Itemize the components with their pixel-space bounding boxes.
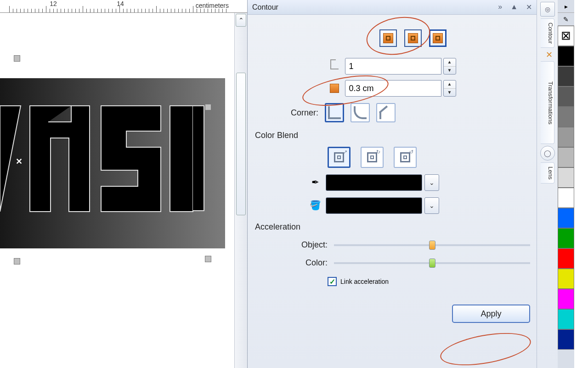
docker-more-icon[interactable]: » bbox=[498, 3, 502, 12]
link-acceleration-label: Link acceleration bbox=[340, 278, 389, 285]
palette-swatch[interactable] bbox=[558, 167, 574, 188]
tab-transformations[interactable]: Transformations bbox=[541, 61, 554, 144]
steps-input[interactable] bbox=[345, 58, 441, 75]
docker-collapse-icon[interactable]: ▲ bbox=[510, 3, 518, 12]
ruler-horizontal: 12 14 centimeters bbox=[0, 0, 247, 13]
corner-miter-button[interactable] bbox=[325, 103, 344, 122]
palette-swatch[interactable] bbox=[558, 66, 574, 86]
svg-rect-1 bbox=[170, 106, 193, 212]
steps-spinner[interactable]: ▲▼ bbox=[443, 58, 456, 75]
palette-swatch[interactable] bbox=[558, 309, 574, 329]
tab-close-icon[interactable]: ✕ bbox=[541, 49, 554, 60]
fill-color-dropdown[interactable]: ⌄ bbox=[424, 197, 439, 214]
blend-ccw-button[interactable]: ↺ bbox=[394, 147, 417, 168]
palette-flyout-icon[interactable]: ▸ bbox=[558, 0, 574, 13]
blend-direct-button[interactable]: ↗ bbox=[328, 147, 351, 168]
fill-color-icon: 🪣 bbox=[309, 200, 321, 212]
palette-swatch[interactable] bbox=[558, 86, 574, 107]
corner-label: Corner: bbox=[291, 108, 318, 118]
docker-tabs: ◎ Contour ✕ Transformations ◯ Lens bbox=[537, 0, 558, 368]
object-slider[interactable] bbox=[334, 244, 530, 246]
docker-close-icon[interactable]: ✕ bbox=[526, 3, 532, 12]
palette-swatch[interactable] bbox=[558, 208, 574, 228]
eyedropper-icon[interactable]: ✎ bbox=[558, 13, 574, 26]
offset-spinner[interactable]: ▲▼ bbox=[443, 80, 456, 97]
acceleration-heading: Acceleration bbox=[255, 222, 530, 232]
selection-center-icon: ✕ bbox=[16, 156, 23, 167]
link-acceleration-checkbox[interactable]: ✓ bbox=[328, 277, 337, 286]
vertical-scrollbar[interactable]: ⌃ bbox=[234, 13, 247, 368]
tab-contour[interactable]: Contour bbox=[541, 18, 554, 48]
tab-lens-icon[interactable]: ◯ bbox=[540, 146, 555, 161]
steps-icon bbox=[328, 60, 340, 72]
scroll-up-button[interactable]: ⌃ bbox=[236, 14, 246, 27]
docker-header: Contour » ▲ ✕ bbox=[248, 0, 537, 15]
contour-outside-button[interactable] bbox=[429, 29, 447, 47]
corner-bevel-button[interactable] bbox=[376, 103, 396, 122]
scroll-thumb[interactable] bbox=[236, 73, 246, 215]
offset-input[interactable] bbox=[345, 80, 441, 97]
palette-swatch[interactable] bbox=[558, 269, 574, 289]
contour-inside-button[interactable] bbox=[404, 29, 422, 47]
blend-cw-button[interactable]: ↻ bbox=[361, 147, 384, 168]
corner-round-button[interactable] bbox=[351, 103, 370, 122]
palette-swatch[interactable] bbox=[558, 289, 574, 309]
palette-swatch[interactable] bbox=[558, 46, 574, 66]
no-color-swatch[interactable]: ⊠ bbox=[558, 26, 574, 46]
docker-options-icon[interactable]: ◎ bbox=[540, 2, 555, 17]
palette-swatch[interactable] bbox=[558, 329, 574, 350]
color-slider[interactable] bbox=[334, 262, 530, 264]
palette-swatch[interactable] bbox=[558, 147, 574, 167]
outline-color-icon: ✒ bbox=[309, 177, 321, 189]
object-slider-label: Object: bbox=[254, 240, 328, 250]
color-palette: ▸ ✎ ⊠ bbox=[558, 0, 574, 368]
color-blend-heading: Color Blend bbox=[255, 131, 530, 140]
apply-button[interactable]: Apply bbox=[452, 305, 530, 323]
canvas-area[interactable]: 12 14 centimeters ✕ ⌃ bbox=[0, 0, 247, 368]
contour-to-center-button[interactable] bbox=[379, 29, 397, 47]
palette-swatch[interactable] bbox=[558, 127, 574, 147]
tab-lens[interactable]: Lens bbox=[541, 162, 554, 184]
contour-docker: Contour » ▲ ✕ ▲▼ bbox=[247, 0, 537, 368]
outline-color-dropdown[interactable]: ⌄ bbox=[424, 174, 439, 191]
color-slider-label: Color: bbox=[254, 258, 328, 268]
docker-title: Contour bbox=[252, 3, 278, 12]
outline-color-swatch[interactable] bbox=[326, 174, 422, 191]
palette-swatch[interactable] bbox=[558, 107, 574, 127]
canvas-artwork[interactable]: ✕ bbox=[0, 78, 225, 248]
palette-swatch[interactable] bbox=[558, 228, 574, 248]
palette-swatch[interactable] bbox=[558, 188, 574, 208]
palette-swatch[interactable] bbox=[558, 248, 574, 269]
offset-icon bbox=[328, 82, 340, 94]
annotation-circle bbox=[438, 327, 533, 368]
fill-color-swatch[interactable] bbox=[326, 197, 422, 214]
